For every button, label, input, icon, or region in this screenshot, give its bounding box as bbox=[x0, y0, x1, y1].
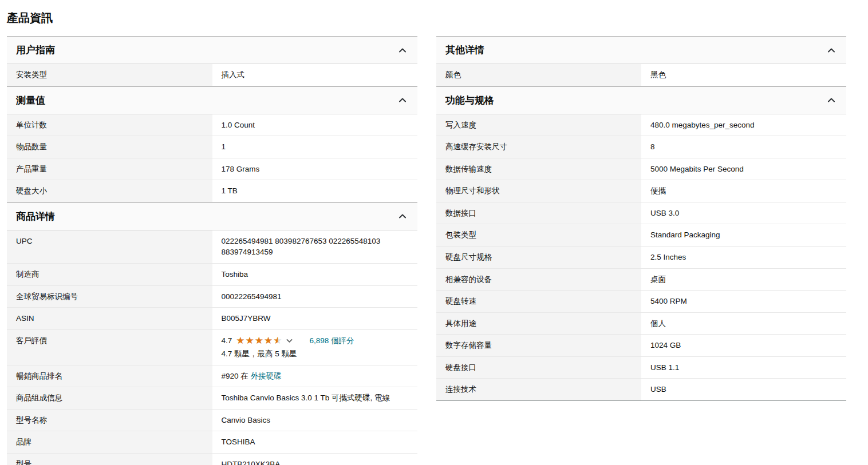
left-column: 用户指南安装类型插入式测量值单位计数1.0 Count物品数量1产品重量178 … bbox=[7, 36, 417, 465]
rating-dropdown-icon[interactable] bbox=[286, 337, 293, 344]
spec-row: 硬盘转速5400 RPM bbox=[436, 291, 846, 313]
spec-row: 硬盘尺寸规格2.5 Inches bbox=[436, 247, 846, 269]
spec-row: 具体用途個人 bbox=[436, 313, 846, 335]
spec-row: 硬盘接口USB 1.1 bbox=[436, 357, 846, 379]
spec-value: 022265494981 803982767653 022265548103 8… bbox=[212, 230, 418, 263]
section-header[interactable]: 测量值 bbox=[7, 87, 417, 114]
spec-section: 其他详情颜色黑色 bbox=[436, 36, 846, 86]
spec-value: HDTB210XK3BA bbox=[212, 454, 418, 465]
spec-label: 硬盘大小 bbox=[7, 180, 212, 202]
spec-label: 包装类型 bbox=[436, 224, 641, 246]
rating-subtext: 4.7 顆星，最高 5 顆星 bbox=[222, 348, 409, 360]
spec-label: 硬盘转速 bbox=[436, 291, 641, 312]
spec-label: 客戶評價 bbox=[7, 330, 212, 365]
spec-value: #920 在外接硬碟 bbox=[212, 365, 418, 387]
spec-row: 安装类型插入式 bbox=[7, 64, 417, 86]
spec-label: 数据传输速度 bbox=[436, 158, 641, 180]
spec-section: 商品详情UPC022265494981 803982767653 0222655… bbox=[7, 202, 417, 465]
spec-row: 型号名称Canvio Basics bbox=[7, 410, 417, 432]
chevron-up-icon bbox=[398, 212, 407, 221]
section-rows: 安装类型插入式 bbox=[7, 64, 417, 86]
spec-section: 功能与规格写入速度480.0 megabytes_per_second高速缓存安… bbox=[436, 86, 846, 401]
spec-value: 黑色 bbox=[641, 64, 846, 86]
spec-value: 1 TB bbox=[212, 180, 418, 202]
spec-value: USB 3.0 bbox=[641, 202, 846, 224]
spec-value: 插入式 bbox=[212, 64, 418, 86]
spec-value: 5000 Megabits Per Second bbox=[641, 158, 846, 180]
spec-value: Toshiba bbox=[212, 264, 418, 285]
spec-label: 高速缓存安装尺寸 bbox=[436, 136, 641, 158]
spec-value: 00022265494981 bbox=[212, 286, 418, 308]
section-rows: UPC022265494981 803982767653 02226554810… bbox=[7, 230, 417, 465]
reviews-count-link[interactable]: 6,898 個評分 bbox=[309, 335, 354, 347]
spec-row: 产品重量178 Grams bbox=[7, 158, 417, 181]
spec-row: 颜色黑色 bbox=[436, 64, 846, 86]
spec-row: 商品组成信息Toshiba Canvio Basics 3.0 1 Tb 可攜式… bbox=[7, 387, 417, 410]
section-title: 用户指南 bbox=[16, 43, 55, 57]
spec-value: TOSHIBA bbox=[212, 431, 418, 453]
spec-label: 型号名称 bbox=[7, 410, 212, 431]
chevron-up-icon bbox=[827, 46, 836, 55]
spec-section: 测量值单位计数1.0 Count物品数量1产品重量178 Grams硬盘大小1 … bbox=[7, 86, 417, 202]
spec-value: Standard Packaging bbox=[641, 224, 846, 246]
spec-label: 物品数量 bbox=[7, 136, 212, 158]
star-rating-icon: ★★★★★★★★★★ bbox=[236, 336, 282, 345]
spec-row: 单位计数1.0 Count bbox=[7, 114, 417, 137]
spec-value: 1.0 Count bbox=[212, 114, 418, 136]
section-title: 其他详情 bbox=[445, 43, 484, 57]
section-title: 商品详情 bbox=[16, 210, 55, 223]
spec-row: UPC022265494981 803982767653 02226554810… bbox=[7, 230, 417, 264]
spec-row: 物理尺寸和形状便攜 bbox=[436, 180, 846, 202]
spec-row: 品牌TOSHIBA bbox=[7, 431, 417, 454]
bestseller-category-link[interactable]: 外接硬碟 bbox=[251, 372, 282, 380]
spec-value: 8 bbox=[641, 136, 846, 158]
right-column: 其他详情颜色黑色功能与规格写入速度480.0 megabytes_per_sec… bbox=[436, 36, 846, 401]
section-rows: 写入速度480.0 megabytes_per_second高速缓存安装尺寸8数… bbox=[436, 114, 846, 401]
spec-row: 全球贸易标识编号00022265494981 bbox=[7, 286, 417, 308]
chevron-up-icon bbox=[398, 46, 407, 55]
spec-label: 产品重量 bbox=[7, 158, 212, 180]
section-header[interactable]: 用户指南 bbox=[7, 37, 417, 64]
spec-value: 桌面 bbox=[641, 269, 846, 291]
section-title: 测量值 bbox=[16, 94, 45, 107]
section-title: 功能与规格 bbox=[445, 94, 494, 107]
spec-label: 品牌 bbox=[7, 431, 212, 453]
page-title: 產品資訊 bbox=[7, 10, 861, 26]
spec-label: 硬盘接口 bbox=[436, 357, 641, 379]
spec-value: 2.5 Inches bbox=[641, 247, 846, 268]
section-rows: 颜色黑色 bbox=[436, 64, 846, 86]
spec-row: 制造商Toshiba bbox=[7, 264, 417, 286]
spec-row: ASINB005J7YBRW bbox=[7, 308, 417, 330]
spec-label: 型号 bbox=[7, 454, 212, 465]
spec-label: 数字存储容量 bbox=[436, 335, 641, 356]
spec-columns: 用户指南安装类型插入式测量值单位计数1.0 Count物品数量1产品重量178 … bbox=[7, 36, 861, 465]
spec-label: ASIN bbox=[7, 308, 212, 329]
section-header[interactable]: 商品详情 bbox=[7, 203, 417, 230]
spec-value: B005J7YBRW bbox=[212, 308, 418, 329]
spec-row: 数据接口USB 3.0 bbox=[436, 202, 846, 225]
section-header[interactable]: 其他详情 bbox=[436, 37, 846, 64]
spec-label: 写入速度 bbox=[436, 114, 641, 136]
spec-row: 数字存储容量1024 GB bbox=[436, 335, 846, 357]
spec-label: 颜色 bbox=[436, 64, 641, 86]
spec-label: 数据接口 bbox=[436, 202, 641, 224]
spec-label: 连接技术 bbox=[436, 379, 641, 400]
spec-value: 5400 RPM bbox=[641, 291, 846, 312]
spec-label: 物理尺寸和形状 bbox=[436, 180, 641, 202]
spec-value: 4.7★★★★★★★★★★6,898 個評分4.7 顆星，最高 5 顆星 bbox=[212, 330, 418, 365]
spec-label: 硬盘尺寸规格 bbox=[436, 247, 641, 268]
spec-value: 個人 bbox=[641, 313, 846, 335]
spec-label: 单位计数 bbox=[7, 114, 212, 136]
spec-value: 1 bbox=[212, 136, 418, 158]
spec-row: 高速缓存安装尺寸8 bbox=[436, 136, 846, 158]
spec-value: USB bbox=[641, 379, 846, 400]
spec-label: UPC bbox=[7, 230, 212, 263]
spec-label: 商品组成信息 bbox=[7, 387, 212, 409]
spec-row: 写入速度480.0 megabytes_per_second bbox=[436, 114, 846, 137]
section-header[interactable]: 功能与规格 bbox=[436, 87, 846, 114]
customer-rating: 4.7★★★★★★★★★★6,898 個評分 bbox=[222, 335, 409, 347]
spec-section: 用户指南安装类型插入式 bbox=[7, 36, 417, 86]
spec-label: 制造商 bbox=[7, 264, 212, 285]
spec-value: 178 Grams bbox=[212, 158, 418, 180]
spec-label: 安装类型 bbox=[7, 64, 212, 86]
